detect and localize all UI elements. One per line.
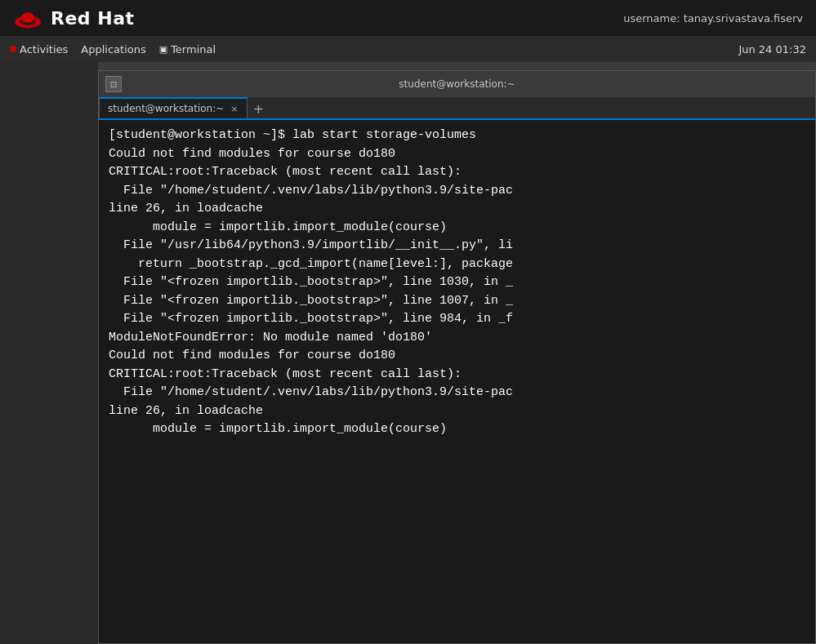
terminal-line: File "<frozen importlib._bootstrap>", li… [109, 292, 805, 311]
terminal-window-title: student@workstation:~ [399, 78, 515, 90]
terminal-titlebar: ⊡ student@workstation:~ [99, 71, 815, 97]
terminal-line: [student@workstation ~]$ lab start stora… [109, 127, 805, 145]
terminal-line: ModuleNotFoundError: No module named 'do… [109, 329, 805, 348]
nav-left: Activities Applications ▣ Terminal [10, 43, 216, 56]
sidebar [0, 62, 98, 644]
brand-name: Red Hat [51, 8, 135, 29]
terminal-window: ⊡ student@workstation:~ student@workstat… [98, 70, 816, 644]
terminal-line: File "<frozen importlib._bootstrap>", li… [109, 273, 805, 292]
activities-dot-icon [10, 46, 16, 52]
terminal-label: Terminal [171, 43, 216, 56]
top-bar: Red Hat username: tanay.srivastava.fiser… [0, 0, 816, 36]
new-tab-button[interactable]: + [249, 99, 269, 118]
terminal-icon: ▣ [159, 44, 167, 55]
tab-bar: student@workstation:~ × + [99, 97, 815, 120]
logo-area: Red Hat [13, 3, 135, 33]
terminal-line: File "/home/student/.venv/labs/lib/pytho… [109, 182, 805, 201]
terminal-window-icon: ⊡ [110, 80, 117, 89]
applications-menu[interactable]: Applications [81, 43, 145, 56]
terminal-line: Could not find modules for course do180 [109, 347, 805, 366]
datetime-display: Jun 24 01:32 [738, 43, 806, 56]
terminal-line: Could not find modules for course do180 [109, 145, 805, 164]
activities-label: Activities [20, 43, 68, 56]
terminal-tab-active[interactable]: student@workstation:~ × [99, 97, 247, 118]
terminal-line: File "/usr/lib64/python3.9/importlib/__i… [109, 237, 805, 255]
terminal-container: ⊡ student@workstation:~ student@workstat… [98, 62, 816, 644]
terminal-line: CRITICAL:root:Traceback (most recent cal… [109, 163, 805, 182]
activities-button[interactable]: Activities [10, 43, 68, 56]
applications-label: Applications [81, 43, 145, 56]
username-display: username: tanay.srivastava.fiserv [623, 12, 803, 24]
tab-label: student@workstation:~ [108, 103, 224, 114]
terminal-line: module = importlib.import_module(course) [109, 420, 805, 439]
terminal-line: line 26, in loadcache [109, 402, 805, 421]
terminal-icon-button[interactable]: ⊡ [105, 76, 122, 92]
tab-close-button[interactable]: × [230, 104, 238, 114]
terminal-line: File "/home/student/.venv/labs/lib/pytho… [109, 384, 805, 402]
terminal-line: return _bootstrap._gcd_import(name[level… [109, 255, 805, 274]
terminal-line: line 26, in loadcache [109, 200, 805, 219]
terminal-line: module = importlib.import_module(course) [109, 219, 805, 238]
desktop-area: ⊡ student@workstation:~ student@workstat… [0, 62, 816, 644]
terminal-content[interactable]: [student@workstation ~]$ lab start stora… [99, 120, 815, 643]
redhat-logo-icon [13, 3, 42, 33]
terminal-line: CRITICAL:root:Traceback (most recent cal… [109, 366, 805, 384]
nav-bar: Activities Applications ▣ Terminal Jun 2… [0, 36, 816, 62]
terminal-menu[interactable]: ▣ Terminal [159, 43, 216, 56]
svg-point-2 [22, 17, 33, 23]
terminal-line: File "<frozen importlib._bootstrap>", li… [109, 310, 805, 329]
